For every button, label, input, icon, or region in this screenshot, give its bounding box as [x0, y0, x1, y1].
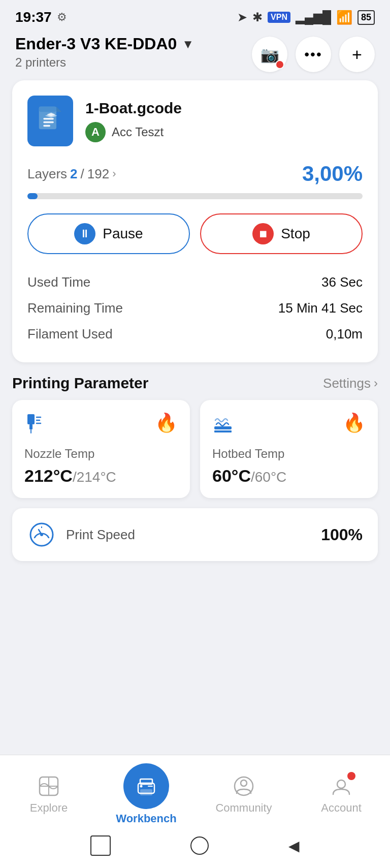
remaining-time-label: Remaining Time	[27, 300, 123, 316]
progress-bar-fill	[27, 193, 38, 199]
nozzle-temp-card: 🔥 Nozzle Temp 212°C/214°C	[12, 400, 190, 498]
nav-items: Explore Workbench	[0, 763, 390, 825]
nav-community[interactable]: Community	[195, 774, 292, 815]
workbench-icon	[134, 774, 158, 798]
nozzle-icon	[24, 412, 51, 439]
svg-point-29	[140, 785, 143, 788]
add-printer-button[interactable]: +	[339, 37, 375, 72]
nozzle-current-temp: 212°C	[24, 466, 73, 485]
file-header: 1-Boat.gcode A Acc Teszt	[27, 96, 363, 146]
dropdown-chevron-icon: ▼	[182, 37, 194, 51]
layers-info[interactable]: Layers 2 / 192 ›	[27, 166, 116, 182]
user-avatar: A	[85, 122, 106, 142]
bottom-navigation: Explore Workbench	[0, 755, 390, 868]
svg-rect-14	[214, 426, 232, 429]
hotbed-target-temp: /60°C	[251, 469, 286, 485]
filament-used-label: Filament Used	[27, 326, 113, 342]
pause-icon	[74, 223, 95, 244]
nozzle-target-temp: /214°C	[73, 469, 116, 485]
pause-label: Pause	[103, 226, 143, 242]
hotbed-temp-label: Hotbed Temp	[212, 447, 366, 461]
header-right: 📷 ••• +	[252, 37, 375, 72]
speedometer-icon	[27, 520, 56, 549]
hotbed-icon	[212, 412, 239, 439]
workbench-icon-wrap	[123, 763, 169, 809]
remaining-time-value: 15 Min 41 Sec	[278, 300, 363, 316]
svg-rect-8	[27, 414, 35, 424]
account-notification-dot	[347, 772, 355, 780]
svg-rect-2	[39, 107, 56, 112]
explore-icon-wrap	[37, 774, 61, 798]
action-buttons: Pause Stop	[27, 213, 363, 254]
speed-value: 100%	[321, 525, 363, 544]
layers-label: Layers	[27, 166, 67, 182]
printer-count: 2 printers	[15, 55, 194, 70]
settings-link[interactable]: Settings ›	[323, 376, 378, 391]
hotbed-temp-value: 60°C/60°C	[212, 466, 366, 486]
progress-percent: 3,00%	[302, 162, 363, 186]
used-time-row: Used Time 36 Sec	[27, 269, 363, 295]
hotbed-flame-icon: 🔥	[343, 412, 366, 433]
android-home-button[interactable]	[90, 835, 111, 856]
status-icons: ➤ ✱ VPN ▂▄▆█ 📶 85	[237, 10, 375, 25]
svg-rect-27	[140, 789, 152, 795]
send-icon: ➤	[237, 10, 247, 24]
nozzle-temp-value: 212°C/214°C	[24, 466, 178, 486]
camera-icon: 📷	[261, 46, 279, 64]
svg-point-31	[241, 780, 247, 786]
explore-icon	[37, 774, 61, 798]
camera-offline-indicator	[275, 60, 284, 69]
nozzle-temp-label: Nozzle Temp	[24, 447, 178, 461]
layers-chevron-icon: ›	[112, 167, 116, 180]
nozzle-card-header: 🔥	[24, 412, 178, 439]
speed-left: Print Speed	[27, 520, 135, 549]
battery-icon: 85	[358, 10, 375, 25]
community-label: Community	[215, 801, 272, 815]
svg-rect-9	[29, 424, 32, 429]
bluetooth-icon: ✱	[252, 10, 263, 24]
svg-line-19	[35, 537, 36, 538]
more-options-button[interactable]: •••	[296, 37, 331, 72]
filament-used-value: 0,10m	[326, 326, 363, 342]
nav-workbench[interactable]: Workbench	[98, 763, 195, 825]
svg-rect-4	[43, 121, 54, 123]
svg-line-20	[48, 537, 49, 538]
file-icon	[27, 96, 73, 146]
header-left: Ender-3 V3 KE-DDA0 ▼ 2 printers	[15, 35, 194, 70]
explore-label: Explore	[30, 801, 68, 815]
community-icon-wrap	[232, 774, 256, 798]
android-back-button[interactable]: ◀	[288, 838, 300, 854]
settings-chevron-icon: ›	[374, 376, 378, 390]
layers-total: 192	[87, 166, 109, 182]
camera-button[interactable]: 📷	[252, 37, 287, 72]
hotbed-temp-card: 🔥 Hotbed Temp 60°C/60°C	[200, 400, 378, 498]
nozzle-flame-icon: 🔥	[155, 412, 178, 433]
used-time-value: 36 Sec	[321, 274, 363, 290]
pause-button[interactable]: Pause	[27, 213, 190, 254]
layers-current: 2	[70, 166, 77, 182]
account-icon-wrap	[329, 774, 353, 798]
user-name: Acc Teszt	[112, 125, 164, 139]
settings-icon: ⚙	[57, 11, 67, 24]
file-user: A Acc Teszt	[85, 122, 182, 142]
file-info: 1-Boat.gcode A Acc Teszt	[85, 100, 182, 142]
nav-explore[interactable]: Explore	[0, 774, 98, 815]
section-title: Printing Parameter	[12, 375, 148, 392]
nav-account[interactable]: Account	[292, 774, 390, 815]
add-icon: +	[352, 45, 362, 65]
progress-bar-background	[27, 193, 363, 199]
svg-rect-5	[43, 125, 50, 127]
settings-label: Settings	[323, 376, 371, 391]
status-bar: 19:37 ⚙ ➤ ✱ VPN ▂▄▆█ 📶 85	[0, 0, 390, 29]
speed-card[interactable]: Print Speed 100%	[12, 508, 378, 561]
account-label: Account	[321, 801, 362, 815]
temp-cards-row: 🔥 Nozzle Temp 212°C/214°C 🔥 Hotbed Te	[0, 400, 390, 498]
layers-row: Layers 2 / 192 › 3,00%	[27, 162, 363, 186]
stop-button[interactable]: Stop	[200, 213, 363, 254]
more-icon: •••	[304, 46, 322, 63]
workbench-icon-background	[123, 763, 169, 809]
status-time: 19:37	[15, 9, 52, 25]
svg-point-18	[40, 533, 43, 536]
android-recents-button[interactable]	[190, 836, 209, 855]
printer-name[interactable]: Ender-3 V3 KE-DDA0 ▼	[15, 35, 194, 53]
